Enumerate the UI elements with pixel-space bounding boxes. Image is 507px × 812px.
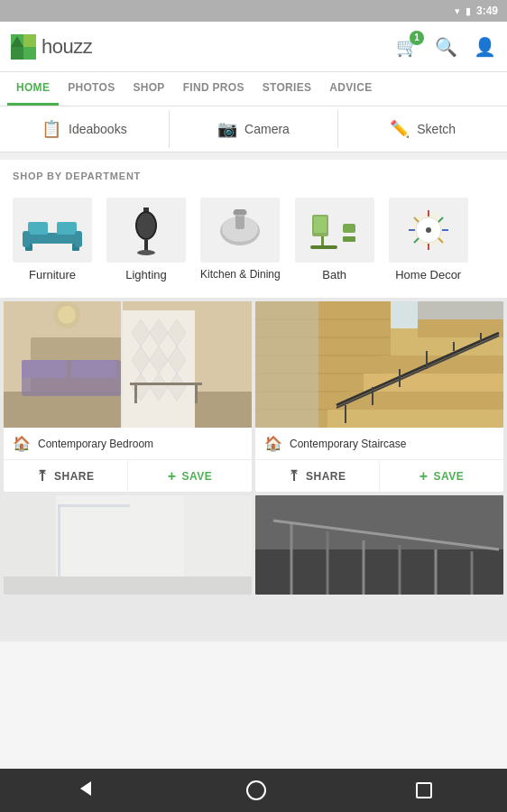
back-button[interactable] (68, 770, 104, 811)
save-icon-2: + (419, 468, 429, 484)
dept-lighting[interactable]: Lighting (101, 192, 191, 287)
dept-furniture[interactable]: Furniture (7, 192, 97, 287)
logo-text: houzz (41, 35, 92, 59)
svg-rect-10 (23, 231, 30, 247)
tab-shop[interactable]: SHOP (124, 72, 173, 106)
bedroom-info: 🏠 Contemporary Bedroom (4, 428, 252, 459)
dept-bath-label: Bath (322, 268, 346, 281)
svg-marker-105 (80, 781, 91, 796)
home-icon (246, 780, 266, 800)
profile-button[interactable]: 👤 (474, 36, 496, 58)
dept-bath[interactable]: Bath (290, 192, 380, 287)
nav-tabs: HOME PHOTOS SHOP FIND PROS STORIES ADVIC… (0, 72, 507, 106)
ideabooks-button[interactable]: 📋 Ideabooks (0, 110, 169, 148)
bedroom-share-button[interactable]: ⤒ SHARE (4, 460, 128, 492)
lighting-icon (115, 206, 178, 255)
furniture-icon (21, 206, 84, 255)
tab-home[interactable]: HOME (7, 72, 59, 106)
status-time: 3:49 (476, 5, 498, 17)
svg-point-14 (137, 213, 155, 238)
svg-rect-24 (321, 236, 324, 245)
sketch-button[interactable]: ✏️ Sketch (337, 110, 507, 148)
staircase-actions: ⤒ SHARE + SAVE (255, 459, 503, 492)
svg-point-38 (426, 227, 431, 233)
camera-label: Camera (244, 122, 290, 136)
svg-rect-3 (23, 47, 36, 60)
ideabooks-label: Ideabooks (69, 122, 127, 136)
dept-kitchen[interactable]: Kitchen & Dining (195, 192, 286, 287)
staircase-info: 🏠 Contemporary Staircase (255, 428, 503, 459)
dept-kitchen-label: Kitchen & Dining (200, 268, 281, 281)
strip-photo-2-svg (255, 495, 503, 595)
department-list: Furniture Lighting (0, 187, 507, 298)
svg-rect-59 (195, 385, 198, 403)
staircase-share-label: SHARE (306, 470, 346, 483)
svg-rect-73 (327, 410, 503, 428)
staircase-save-button[interactable]: + SAVE (380, 460, 503, 492)
svg-rect-56 (71, 360, 116, 378)
svg-rect-87 (255, 301, 318, 428)
staircase-title: Contemporary Staircase (290, 438, 494, 450)
battery-icon: ▮ (466, 5, 471, 17)
kitchen-icon (208, 206, 272, 255)
svg-rect-11 (75, 231, 82, 247)
dept-furniture-label: Furniture (29, 268, 76, 281)
strip-photo-2[interactable] (255, 495, 503, 595)
bedroom-actions: ⤒ SHARE + SAVE (4, 459, 252, 492)
search-button[interactable]: 🔍 (435, 36, 457, 58)
svg-rect-6 (28, 222, 48, 235)
staircase-room-icon: 🏠 (264, 435, 282, 452)
svg-rect-2 (11, 47, 23, 60)
bottom-nav (0, 769, 507, 812)
svg-rect-25 (310, 245, 337, 249)
tab-stories[interactable]: STORIES (254, 72, 321, 106)
cart-button[interactable]: 🛒 1 (396, 36, 419, 58)
svg-rect-23 (314, 217, 327, 233)
svg-rect-21 (234, 209, 246, 215)
ideabooks-icon: 📋 (41, 119, 61, 139)
logo-icon (11, 34, 36, 60)
sketch-label: Sketch (417, 122, 456, 136)
photo-grid: 🏠 Contemporary Bedroom ⤒ SHARE + SAVE (0, 298, 507, 492)
recent-icon (416, 782, 432, 798)
svg-rect-91 (58, 504, 60, 586)
strip-photo-1[interactable] (4, 495, 252, 595)
homedecor-icon (397, 206, 460, 255)
bedroom-save-button[interactable]: + SAVE (128, 460, 252, 492)
bedroom-photo[interactable] (4, 301, 252, 428)
back-icon (75, 778, 97, 799)
staircase-share-button[interactable]: ⤒ SHARE (255, 460, 380, 492)
camera-icon: 📷 (217, 119, 237, 139)
photo-strip (0, 492, 507, 641)
tab-advice[interactable]: ADVICE (320, 72, 381, 106)
svg-point-16 (137, 250, 155, 255)
wifi-icon: ▾ (455, 5, 460, 17)
dept-homedecor[interactable]: Home Decor (383, 192, 474, 287)
tab-find-pros[interactable]: FIND PROS (174, 72, 254, 106)
svg-rect-93 (4, 577, 252, 595)
svg-rect-43 (121, 301, 123, 428)
strip-photo-1-svg (4, 495, 252, 595)
home-button[interactable] (239, 773, 273, 807)
tab-photos[interactable]: PHOTOS (59, 72, 124, 106)
dept-homedecor-img (389, 198, 468, 263)
photo-card-staircase: 🏠 Contemporary Staircase ⤒ SHARE + SAVE (255, 301, 503, 492)
bedroom-svg (4, 301, 252, 428)
staircase-photo[interactable] (255, 301, 503, 428)
status-bar: ▾ ▮ 3:49 (0, 0, 507, 22)
svg-rect-57 (130, 383, 202, 385)
logo[interactable]: houzz (11, 34, 92, 60)
staircase-svg (255, 301, 503, 428)
dept-homedecor-label: Home Decor (395, 268, 461, 281)
dept-lighting-img (106, 198, 186, 263)
recent-button[interactable] (409, 775, 439, 806)
share-icon-2: ⤒ (288, 467, 300, 484)
header-icons: 🛒 1 🔍 👤 (396, 36, 496, 58)
cart-badge: 1 (410, 31, 424, 45)
svg-rect-94 (4, 495, 56, 577)
camera-button[interactable]: 📷 Camera (169, 110, 338, 148)
dept-bath-img (295, 198, 374, 263)
svg-rect-78 (418, 319, 503, 337)
dept-furniture-img (13, 198, 92, 263)
svg-rect-58 (134, 385, 137, 403)
